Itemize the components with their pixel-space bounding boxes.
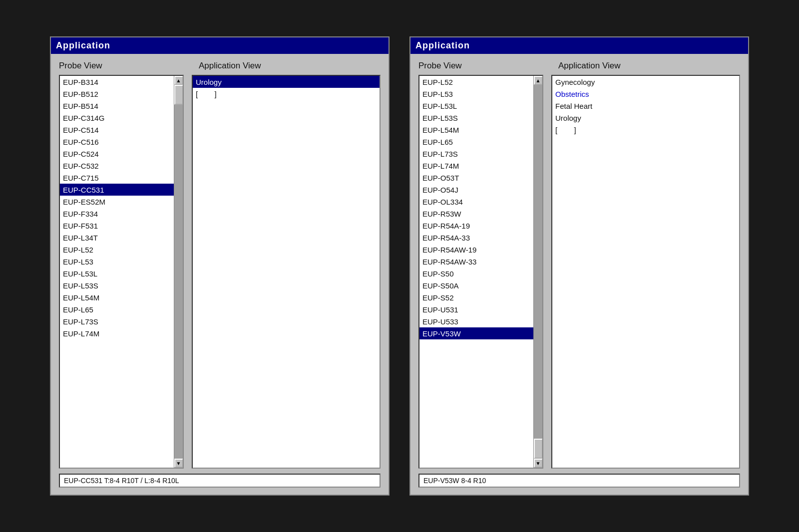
list-item[interactable]: EUP-ES52M <box>60 196 174 208</box>
scroll-track <box>174 85 183 459</box>
scroll-up-btn[interactable]: ▲ <box>174 76 183 85</box>
list-item[interactable]: Fetal Heart <box>552 100 739 112</box>
list-item[interactable]: EUP-S50 <box>419 267 533 279</box>
list-item[interactable]: EUP-C715 <box>60 172 174 184</box>
list-item[interactable]: [ ] <box>552 124 739 136</box>
list-item[interactable]: EUP-L53L <box>419 100 533 112</box>
panel-1-probe-items: EUP-B314 EUP-B512 EUP-B514 EUP-C314G EUP… <box>60 76 174 468</box>
panel-1-probe-header: Probe View <box>59 61 184 71</box>
list-item[interactable]: Gynecology <box>552 76 739 88</box>
list-item[interactable]: EUP-R54A-19 <box>419 220 533 232</box>
list-item[interactable]: EUP-C532 <box>60 160 174 172</box>
panel-1-app-header: Application View <box>199 61 381 71</box>
list-item[interactable]: EUP-L53L <box>60 267 174 279</box>
scroll-up-btn[interactable]: ▲ <box>534 76 543 85</box>
list-item-obstetrics[interactable]: Obstetrics <box>552 88 739 100</box>
panel-2-probe-list: EUP-L52 EUP-L53 EUP-L53L EUP-L53S EUP-L5… <box>418 75 543 469</box>
list-item[interactable]: [ ] <box>193 88 380 100</box>
panel-2-title: Application <box>410 37 748 54</box>
list-item-selected[interactable]: Urology <box>193 76 380 88</box>
panel-2-probe-items: EUP-L52 EUP-L53 EUP-L53L EUP-L53S EUP-L5… <box>419 76 533 468</box>
panel-2-probe-header: Probe View <box>418 61 543 71</box>
list-item[interactable]: EUP-B514 <box>60 100 174 112</box>
list-item[interactable]: EUP-L54M <box>419 124 533 136</box>
list-item[interactable]: EUP-L53 <box>60 256 174 267</box>
list-item[interactable]: EUP-C314G <box>60 112 174 124</box>
list-item[interactable]: EUP-L73S <box>419 148 533 160</box>
panel-1-title: Application <box>51 37 389 54</box>
panel-2: Application Probe View Application View … <box>409 36 749 496</box>
list-item[interactable]: EUP-OL334 <box>419 196 533 208</box>
list-item[interactable]: EUP-L65 <box>419 136 533 148</box>
list-item-selected[interactable]: EUP-V53W <box>419 327 533 339</box>
scroll-thumb[interactable] <box>174 85 183 105</box>
list-item[interactable]: EUP-L54M <box>60 291 174 303</box>
panel-2-probe-scrollbar[interactable]: ▲ ▼ <box>533 76 542 468</box>
panel-1-app-items: Urology [ ] <box>193 76 380 468</box>
panel-1-status: EUP-CC531 T:8-4 R10T / L:8-4 R10L <box>59 474 381 488</box>
scroll-down-btn[interactable]: ▼ <box>174 459 183 468</box>
list-item[interactable]: EUP-O53T <box>419 172 533 184</box>
panel-1: Application Probe View Application View … <box>50 36 390 496</box>
list-item[interactable]: EUP-L53S <box>419 112 533 124</box>
list-item[interactable]: EUP-L53 <box>419 88 533 100</box>
list-item[interactable]: EUP-B512 <box>60 88 174 100</box>
panel-2-status: EUP-V53W 8-4 R10 <box>418 474 740 488</box>
list-item[interactable]: EUP-C514 <box>60 124 174 136</box>
list-item[interactable]: EUP-L53S <box>60 279 174 291</box>
list-item[interactable]: EUP-L34T <box>60 232 174 244</box>
list-item[interactable]: EUP-L74M <box>419 160 533 172</box>
list-item[interactable]: EUP-L65 <box>60 303 174 315</box>
scroll-track <box>534 85 543 459</box>
list-item[interactable]: EUP-C516 <box>60 136 174 148</box>
list-item[interactable]: EUP-R54A-33 <box>419 232 533 244</box>
list-item[interactable]: EUP-L52 <box>60 244 174 256</box>
list-item[interactable]: EUP-U533 <box>419 315 533 327</box>
list-item[interactable]: EUP-S52 <box>419 291 533 303</box>
list-item[interactable]: EUP-R54AW-19 <box>419 244 533 256</box>
panel-2-app-items: Gynecology Obstetrics Fetal Heart Urolog… <box>552 76 739 468</box>
list-item[interactable]: EUP-R53W <box>419 208 533 220</box>
list-item[interactable]: EUP-O54J <box>419 184 533 196</box>
list-item[interactable]: EUP-L52 <box>419 76 533 88</box>
list-item[interactable]: EUP-L73S <box>60 315 174 327</box>
scroll-down-btn[interactable]: ▼ <box>534 459 543 468</box>
list-item[interactable]: EUP-R54AW-33 <box>419 256 533 267</box>
panel-1-probe-scrollbar[interactable]: ▲ ▼ <box>174 76 183 468</box>
panel-2-app-header: Application View <box>558 61 740 71</box>
list-item[interactable]: EUP-F531 <box>60 220 174 232</box>
list-item-selected[interactable]: EUP-CC531 <box>60 184 174 196</box>
list-item[interactable]: Urology <box>552 112 739 124</box>
panel-1-probe-list: EUP-B314 EUP-B512 EUP-B514 EUP-C314G EUP… <box>59 75 184 469</box>
list-item[interactable]: EUP-C524 <box>60 148 174 160</box>
scroll-thumb[interactable] <box>534 439 543 459</box>
list-item[interactable]: EUP-L74M <box>60 327 174 339</box>
panel-1-app-list: Urology [ ] <box>192 75 381 469</box>
list-item[interactable]: EUP-B314 <box>60 76 174 88</box>
list-item[interactable]: EUP-S50A <box>419 279 533 291</box>
panel-2-app-list: Gynecology Obstetrics Fetal Heart Urolog… <box>551 75 740 469</box>
list-item[interactable]: EUP-F334 <box>60 208 174 220</box>
list-item[interactable]: EUP-U531 <box>419 303 533 315</box>
